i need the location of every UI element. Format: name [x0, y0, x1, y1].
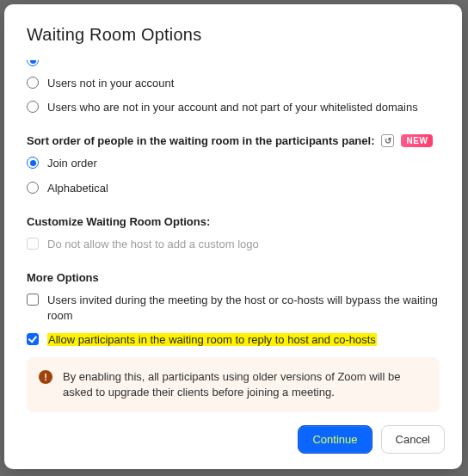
- cancel-button[interactable]: Cancel: [381, 425, 445, 454]
- reset-icon[interactable]: ↺: [381, 134, 394, 147]
- radio-icon: [27, 77, 39, 89]
- modal-footer: Continue Cancel: [4, 415, 462, 469]
- new-badge: NEW: [401, 134, 433, 147]
- radio-icon: [27, 101, 39, 113]
- sort-order-header: Sort order of people in the waiting room…: [27, 134, 440, 147]
- checkbox-label: Do not allow the host to add a custom lo…: [47, 237, 259, 252]
- more-options-header: More Options: [27, 271, 440, 284]
- cutoff-option: [27, 60, 440, 67]
- section-header-text: More Options: [27, 271, 99, 284]
- radio-label: Alphabetical: [47, 181, 108, 196]
- warning-box: ! By enabling this, all participants usi…: [27, 357, 440, 412]
- checkbox-allow-reply[interactable]: Allow participants in the waiting room t…: [27, 332, 440, 348]
- radio-users-not-in-account-or-domain[interactable]: Users who are not in your account and no…: [27, 100, 440, 115]
- modal-scroll-area[interactable]: Waiting Room Options Users not in your a…: [4, 4, 462, 415]
- radio-label: Join order: [47, 156, 97, 171]
- checkbox-icon: [27, 238, 39, 250]
- radio-users-not-in-account[interactable]: Users not in your account: [27, 76, 440, 91]
- warning-icon: !: [39, 370, 52, 384]
- warning-text: By enabling this, all participants using…: [63, 369, 426, 400]
- section-header-text: Customize Waiting Room Options:: [27, 215, 210, 228]
- waiting-room-options-modal: Waiting Room Options Users not in your a…: [4, 4, 462, 469]
- customize-header: Customize Waiting Room Options:: [27, 215, 440, 228]
- section-header-text: Sort order of people in the waiting room…: [27, 134, 374, 147]
- highlighted-text: Allow participants in the waiting room t…: [47, 333, 377, 346]
- radio-label: Users who are not in your account and no…: [47, 100, 418, 115]
- radio-icon: [27, 157, 39, 169]
- radio-label: Users not in your account: [47, 76, 174, 91]
- radio-alphabetical[interactable]: Alphabetical: [27, 181, 440, 196]
- checkbox-icon: [27, 294, 39, 306]
- radio-icon: [27, 182, 39, 194]
- checkbox-label: Allow participants in the waiting room t…: [47, 332, 377, 348]
- checkbox-label: Users invited during the meeting by the …: [47, 293, 440, 324]
- checkbox-bypass-invited[interactable]: Users invited during the meeting by the …: [27, 293, 440, 324]
- checkbox-no-custom-logo: Do not allow the host to add a custom lo…: [27, 237, 440, 252]
- modal-title: Waiting Room Options: [27, 25, 440, 45]
- continue-button[interactable]: Continue: [298, 425, 372, 454]
- radio-icon: [27, 60, 39, 66]
- radio-join-order[interactable]: Join order: [27, 156, 440, 171]
- checkbox-icon: [27, 333, 39, 345]
